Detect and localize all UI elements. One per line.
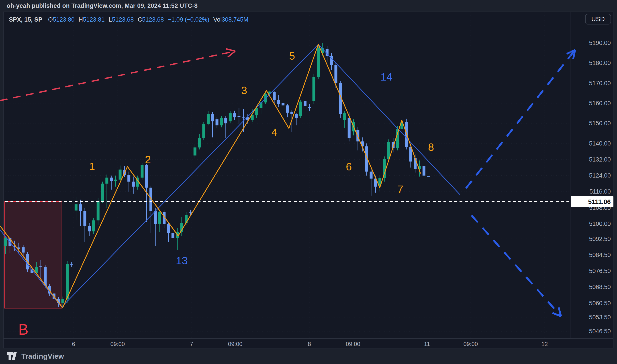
wave-labels: 123456781314B: [18, 50, 434, 338]
candle: [132, 177, 135, 194]
wave-label-primary: 2: [145, 154, 151, 166]
candle: [176, 228, 179, 250]
candle-body: [207, 114, 210, 124]
wave-label-primary: 5: [289, 50, 295, 62]
scenario-arrow-down: [472, 215, 561, 316]
candle-body: [343, 113, 346, 120]
candle: [207, 111, 210, 125]
wave-label-primary: 8: [428, 141, 434, 153]
price-scale[interactable]: 5190.005180.005170.005160.005150.005140.…: [570, 12, 614, 338]
candle-body: [255, 108, 258, 116]
candle: [198, 134, 201, 150]
price-tick-label: 5092.50: [589, 236, 611, 242]
candle-body: [295, 114, 298, 118]
footer-strip: TradingView: [0, 349, 617, 364]
candle-body: [414, 158, 417, 169]
candle-body: [216, 119, 219, 125]
candle: [216, 117, 219, 128]
candle: [70, 262, 73, 267]
grid-lines: [5, 12, 570, 338]
time-tick-label: 09:00: [228, 341, 242, 347]
quote-close: C5123.68: [138, 16, 164, 23]
candle-body: [423, 166, 425, 176]
candle-body: [132, 182, 135, 187]
candle-body: [334, 65, 337, 83]
symbol-ohlc-bar: SPX, 15, SP O5123.80 H5123.81 L5123.68 C…: [9, 15, 252, 25]
candle-body: [370, 171, 373, 179]
candle-body: [290, 112, 293, 114]
candle-body: [189, 212, 192, 213]
candle-body: [277, 100, 280, 104]
candle-body: [220, 118, 223, 126]
wave-label-b: B: [18, 321, 28, 338]
arrow-shaft: [466, 50, 575, 188]
candle: [277, 95, 280, 107]
current-price-tag: 5111.06: [571, 196, 613, 207]
candle-body: [242, 117, 245, 117]
candle: [167, 222, 170, 242]
candle: [220, 116, 223, 128]
chart-canvas[interactable]: 123456781314B5190.005180.005170.005160.0…: [0, 0, 617, 364]
time-scale[interactable]: 609:00709:00809:001109:0012: [3, 339, 613, 349]
price-tick-label: 5170.00: [589, 80, 611, 87]
currency-toggle-button[interactable]: USD: [585, 14, 611, 25]
wave-label-primary: 1: [89, 160, 95, 172]
scenario-arrow-red: [0, 49, 235, 101]
quote-low: L5123.68: [109, 16, 134, 23]
time-tick-label: 8: [308, 341, 311, 347]
candle: [158, 210, 161, 232]
candle-body: [286, 105, 289, 113]
time-tick-label: 11: [424, 341, 430, 347]
candle: [154, 208, 157, 246]
candle-body: [4, 238, 7, 246]
price-tick-label: 5084.50: [589, 252, 611, 258]
candle: [233, 111, 236, 120]
candle-body: [22, 247, 25, 252]
candle: [308, 104, 311, 111]
candle: [114, 176, 117, 187]
arrow-head: [226, 49, 235, 51]
candle: [304, 98, 306, 110]
candle-body: [313, 77, 315, 101]
candle-body: [202, 124, 205, 138]
candle-body: [233, 113, 236, 117]
candle-body: [198, 138, 201, 147]
candle: [119, 166, 122, 182]
symbol-name[interactable]: SPX, 15, SP: [9, 16, 42, 23]
candle: [427, 176, 430, 177]
candle: [211, 112, 214, 138]
time-tick-label: 09:00: [463, 341, 478, 347]
tradingview-brand-text: TradingView: [21, 352, 64, 360]
time-tick-label: 09:00: [110, 341, 125, 347]
wave-label-primary: 6: [346, 161, 352, 173]
time-tick-label: 7: [190, 341, 193, 347]
candle-body: [229, 113, 232, 121]
price-tick-label: 5053.50: [589, 314, 611, 321]
candle-body: [396, 129, 399, 148]
candle: [105, 175, 108, 208]
candle: [127, 171, 130, 192]
candle: [229, 111, 232, 123]
candle: [193, 144, 196, 158]
candle-body: [145, 165, 148, 188]
candle-body: [97, 201, 100, 221]
candle-body: [348, 118, 351, 138]
price-tick-label: 5076.50: [589, 268, 611, 274]
quote-volume: Vol308.745M: [213, 16, 248, 23]
wave-label-secondary: 14: [381, 71, 392, 83]
tradingview-brand-link[interactable]: TradingView: [7, 352, 64, 360]
candle: [92, 218, 95, 234]
candle-body: [304, 101, 306, 106]
candle-body: [211, 114, 214, 121]
time-tick-label: 09:00: [346, 341, 360, 347]
candle: [224, 116, 227, 138]
projection-box: [5, 202, 62, 308]
candle-body: [92, 220, 95, 231]
candle: [88, 223, 91, 236]
candle-body: [40, 266, 42, 267]
candle-body: [119, 169, 122, 180]
tradingview-logo-icon: [7, 352, 18, 360]
candle: [339, 81, 342, 118]
candle: [75, 197, 78, 220]
candle: [172, 231, 174, 248]
